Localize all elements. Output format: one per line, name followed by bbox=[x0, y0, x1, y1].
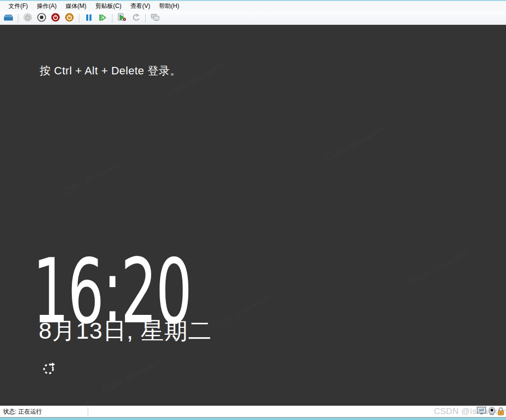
menu-help[interactable]: 帮助(H) bbox=[155, 1, 184, 11]
menu-view[interactable]: 查看(V) bbox=[126, 1, 155, 11]
diagonal-watermark: CSDN @isxiaokun bbox=[101, 357, 164, 396]
toolbar-separator bbox=[18, 14, 18, 23]
lock-icon bbox=[497, 407, 505, 417]
diagonal-watermark: CSDN @isxiaokun bbox=[408, 248, 471, 287]
diagonal-watermark: CSDN @isxiaokun bbox=[324, 124, 387, 163]
vmconnect-window: 文件(F) 操作(A) 媒体(M) 剪贴板(C) 查看(V) 帮助(H) bbox=[0, 0, 506, 420]
monitor-icon bbox=[477, 407, 487, 417]
revert-icon bbox=[131, 13, 140, 23]
ctrl-alt-del-icon bbox=[3, 13, 13, 23]
reset-button[interactable] bbox=[97, 12, 109, 24]
lock-screen-date: 8月13日, 星期二 bbox=[39, 315, 212, 347]
shut-down-icon bbox=[51, 13, 60, 23]
window-border bbox=[0, 418, 506, 420]
toolbar-separator bbox=[79, 14, 79, 23]
turn-off-icon bbox=[37, 13, 46, 23]
checkpoint-button[interactable] bbox=[116, 12, 128, 24]
menu-action[interactable]: 操作(A) bbox=[32, 1, 61, 11]
status-bar: 状态: 正在运行 CSDN @isxiaokun bbox=[0, 406, 506, 417]
menu-bar: 文件(F) 操作(A) 媒体(M) 剪贴板(C) 查看(V) 帮助(H) bbox=[0, 1, 506, 11]
vm-display[interactable]: CSDN @isxiaokun CSDN @isxiaokun CSDN @is… bbox=[0, 25, 506, 406]
enhanced-session-button[interactable] bbox=[149, 12, 161, 24]
pause-button[interactable] bbox=[83, 12, 95, 24]
save-state-button[interactable] bbox=[63, 12, 75, 24]
diagonal-watermark: CSDN @isxiaokun bbox=[210, 293, 273, 331]
diagonal-watermark: CSDN @isxiaokun bbox=[61, 159, 124, 197]
toolbar bbox=[0, 11, 506, 25]
ctrl-alt-del-button[interactable] bbox=[2, 12, 14, 24]
toolbar-separator bbox=[112, 14, 112, 23]
toolbar-separator bbox=[145, 14, 146, 23]
network-status-icon bbox=[42, 361, 57, 378]
enhanced-session-icon bbox=[150, 13, 160, 23]
webcam-icon bbox=[488, 407, 496, 417]
lock-screen-instruction: 按 Ctrl + Alt + Delete 登录。 bbox=[40, 63, 181, 78]
shut-down-button[interactable] bbox=[50, 12, 61, 24]
start-power-icon bbox=[23, 13, 32, 23]
vm-status-text: 状态: 正在运行 bbox=[0, 408, 88, 416]
start-button[interactable] bbox=[22, 12, 34, 24]
status-bar-divider bbox=[88, 407, 88, 416]
pause-icon bbox=[85, 14, 92, 23]
turn-off-button[interactable] bbox=[36, 12, 48, 24]
save-state-icon bbox=[65, 13, 74, 23]
checkpoint-icon bbox=[117, 13, 127, 23]
menu-media[interactable]: 媒体(M) bbox=[61, 1, 91, 11]
menu-clipboard[interactable]: 剪贴板(C) bbox=[91, 1, 126, 11]
menu-file[interactable]: 文件(F) bbox=[4, 1, 32, 11]
reset-icon bbox=[99, 14, 107, 23]
revert-button[interactable] bbox=[130, 12, 142, 24]
